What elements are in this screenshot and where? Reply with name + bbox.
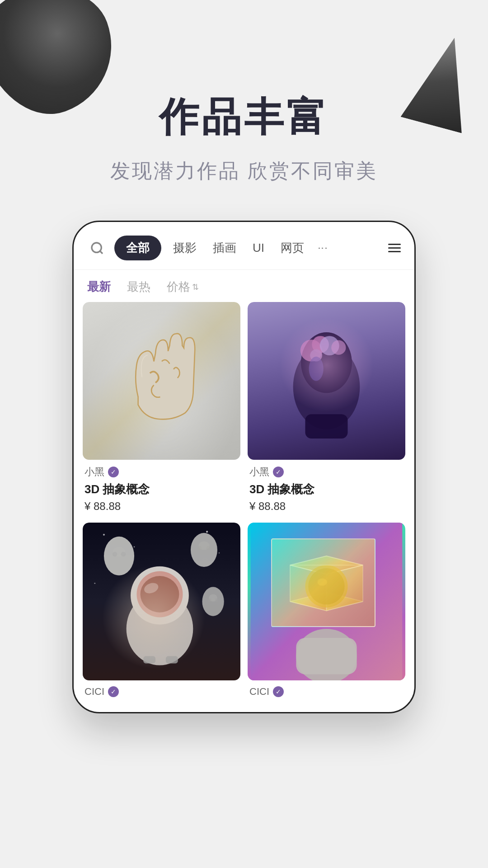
grid-item-1[interactable]: 小黑 ✓ 3D 抽象概念 ¥ 88.88: [83, 302, 240, 515]
svg-point-40: [317, 578, 327, 585]
price-sort-arrows: ⇅: [192, 282, 199, 292]
grid-item-2[interactable]: 小黑 ✓ 3D 抽象概念 ¥ 88.88: [248, 302, 405, 515]
svg-point-28: [127, 592, 193, 665]
top-navbar: 全部 摄影 插画 UI 网页 ⋮: [74, 222, 414, 270]
content-grid: 小黑 ✓ 3D 抽象概念 ¥ 88.88: [74, 302, 414, 712]
item-author-1: 小黑 ✓: [84, 465, 239, 479]
svg-point-3: [301, 332, 352, 393]
svg-point-17: [113, 547, 125, 557]
phone-mockup: 全部 摄影 插画 UI 网页 ⋮ 最新 最热 价格 ⇅: [72, 221, 416, 713]
hero-subtitle: 发现潜力作品 欣赏不同审美: [0, 158, 488, 184]
svg-rect-34: [166, 656, 178, 663]
svg-point-6: [320, 336, 339, 355]
svg-point-26: [208, 599, 211, 602]
cube-svg: [248, 523, 405, 680]
svg-point-22: [197, 546, 202, 550]
svg-point-29: [131, 566, 189, 625]
svg-rect-37: [296, 638, 357, 675]
verified-badge-3: ✓: [108, 686, 119, 697]
svg-point-14: [219, 552, 220, 554]
svg-point-9: [309, 357, 324, 381]
svg-rect-10: [305, 414, 348, 439]
svg-point-5: [312, 336, 329, 353]
verified-badge-4: ✓: [273, 686, 284, 697]
svg-point-4: [300, 340, 322, 361]
bust-image: [248, 302, 405, 460]
svg-point-39: [308, 568, 345, 605]
item-price-1: ¥ 88.88: [84, 500, 239, 513]
svg-point-7: [331, 340, 346, 355]
svg-point-32: [143, 581, 160, 595]
item-meta-4: CICI ✓: [248, 680, 405, 703]
svg-point-0: [92, 243, 101, 252]
sort-newest[interactable]: 最新: [87, 279, 111, 295]
svg-point-27: [215, 599, 219, 602]
search-icon: [90, 241, 104, 255]
svg-point-15: [94, 583, 96, 584]
verified-badge-1: ✓: [108, 467, 119, 477]
cube-image: [248, 523, 405, 680]
astro-svg: [83, 523, 240, 680]
item-image-bust: [248, 302, 405, 460]
item-meta-2: 小黑 ✓ 3D 抽象概念 ¥ 88.88: [248, 460, 405, 515]
svg-point-20: [191, 533, 217, 567]
svg-rect-33: [143, 656, 155, 663]
svg-point-18: [113, 552, 117, 557]
svg-point-38: [305, 565, 348, 608]
tab-web[interactable]: 网页: [276, 236, 309, 260]
sort-price[interactable]: 价格 ⇅: [167, 279, 199, 295]
hand-image: [83, 302, 240, 460]
author-name-3: CICI: [84, 686, 104, 698]
tab-photography[interactable]: 摄影: [169, 236, 201, 260]
sort-bar: 最新 最热 价格 ⇅: [74, 270, 414, 302]
tab-ui[interactable]: UI: [248, 236, 269, 259]
author-name-1: 小黑: [84, 465, 104, 479]
phone-wrapper: 全部 摄影 插画 UI 网页 ⋮ 最新 最热 价格 ⇅: [0, 212, 488, 713]
item-title-1: 3D 抽象概念: [84, 481, 239, 497]
author-name-4: CICI: [249, 686, 269, 698]
svg-point-16: [104, 537, 134, 576]
item-price-2: ¥ 88.88: [249, 500, 404, 513]
item-meta-1: 小黑 ✓ 3D 抽象概念 ¥ 88.88: [83, 460, 240, 515]
svg-point-8: [310, 349, 322, 362]
author-name-2: 小黑: [249, 465, 269, 479]
grid-item-3[interactable]: CICI ✓: [83, 523, 240, 703]
item-author-4: CICI ✓: [249, 686, 404, 698]
svg-point-24: [202, 587, 224, 616]
tab-illustration[interactable]: 插画: [208, 236, 241, 260]
svg-point-21: [198, 542, 209, 550]
grid-item-4[interactable]: CICI ✓: [248, 523, 405, 703]
search-button[interactable]: [87, 238, 107, 258]
svg-line-1: [100, 251, 103, 254]
svg-point-13: [206, 531, 208, 533]
tab-all[interactable]: 全部: [114, 236, 161, 260]
more-tabs-icon[interactable]: ⋮: [317, 243, 328, 253]
hand-svg: [103, 318, 221, 444]
sort-hottest[interactable]: 最热: [127, 279, 150, 295]
item-author-2: 小黑 ✓: [249, 465, 404, 479]
item-image-hand: [83, 302, 240, 460]
menu-bar-2: [388, 247, 401, 249]
menu-bar-3: [388, 251, 401, 252]
svg-point-30: [136, 571, 183, 617]
item-image-cube: [248, 523, 405, 680]
svg-point-25: [209, 594, 217, 601]
svg-point-31: [141, 576, 179, 613]
astro-image: [83, 523, 240, 680]
item-title-2: 3D 抽象概念: [249, 481, 404, 497]
menu-button[interactable]: [388, 244, 401, 252]
svg-point-23: [206, 546, 210, 550]
item-image-astronaut: [83, 523, 240, 680]
svg-point-12: [134, 546, 135, 547]
item-meta-3: CICI ✓: [83, 680, 240, 703]
bust-svg: [248, 302, 405, 460]
svg-point-19: [121, 552, 126, 557]
menu-bar-1: [388, 244, 401, 245]
hamburger-icon: [388, 244, 401, 252]
svg-point-11: [103, 534, 105, 536]
verified-badge-2: ✓: [273, 467, 284, 477]
item-author-3: CICI ✓: [84, 686, 239, 698]
